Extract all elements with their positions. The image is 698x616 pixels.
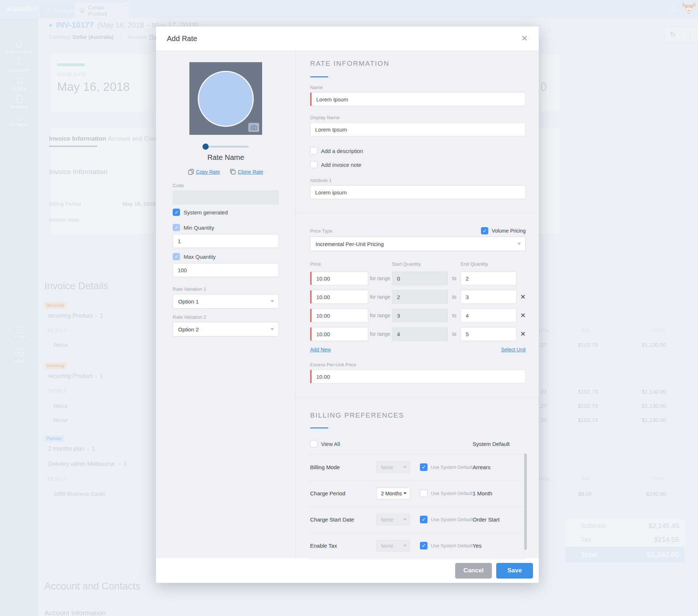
system-default-header: System Default xyxy=(473,441,526,447)
upload-photo-button[interactable] xyxy=(248,123,259,132)
use-system-default-row: Use System Default xyxy=(420,516,473,523)
view-all-checkbox[interactable] xyxy=(310,440,317,447)
remove-tier-icon[interactable]: ✕ xyxy=(517,311,526,319)
system-generated-checkbox[interactable] xyxy=(173,209,180,216)
volume-pricing-checkbox[interactable] xyxy=(481,227,488,234)
max-quantity-checkbox[interactable] xyxy=(173,253,180,260)
rate-variation1-label: Rate Variation 1 xyxy=(173,286,279,292)
billing-mode-label: Billing Mode xyxy=(310,464,376,470)
billing-prefs-scrollbar[interactable] xyxy=(524,454,527,550)
view-all-label: View All xyxy=(321,441,340,447)
max-quantity-label: Max Quantity xyxy=(184,254,216,260)
price-type-select[interactable]: Incremental Per-Unit Pricing xyxy=(310,237,526,251)
save-button[interactable]: Save xyxy=(496,563,533,579)
add-description-checkbox[interactable] xyxy=(310,147,317,154)
min-quantity-row: Min Quantity xyxy=(173,224,279,231)
attribute1-label: Attribute 1 xyxy=(310,178,526,183)
remove-tier-icon[interactable]: ✕ xyxy=(517,293,526,301)
use-system-default-checkbox[interactable] xyxy=(420,516,428,523)
min-quantity-input[interactable] xyxy=(173,234,279,248)
chevron-down-icon xyxy=(517,243,521,245)
display-name-input[interactable] xyxy=(310,122,526,136)
add-new-link[interactable]: Add New xyxy=(310,347,331,353)
excess-per-unit-price-input[interactable] xyxy=(310,370,526,383)
use-system-default-checkbox[interactable] xyxy=(420,490,428,497)
code-input xyxy=(173,190,279,204)
copy-icon xyxy=(188,169,194,175)
add-invoice-note-checkbox[interactable] xyxy=(310,161,317,168)
price-column-header: Price xyxy=(310,261,368,267)
min-quantity-checkbox[interactable] xyxy=(173,224,180,231)
add-invoice-note-label: Add invoice note xyxy=(321,162,361,168)
tier-end-input[interactable] xyxy=(461,309,517,322)
tier-start-input xyxy=(392,271,448,285)
rate-name-text: Rate Name xyxy=(173,153,279,162)
chevron-down-icon xyxy=(270,328,274,330)
price-type-label: Price Type xyxy=(310,228,332,234)
excess-per-unit-price-label: Excess Per-Unit Price xyxy=(310,362,526,367)
tier-price-input[interactable] xyxy=(310,309,368,322)
modal-header: Add Rate ✕ xyxy=(156,27,539,51)
select-unit-link[interactable]: Select Unit xyxy=(501,347,526,353)
rate-image-circle xyxy=(198,71,254,127)
billing-pref-row: Charge Start Date None Use System Defaul… xyxy=(310,507,526,533)
camera-icon xyxy=(250,125,257,130)
tier-start-input xyxy=(392,327,448,341)
use-system-default-checkbox[interactable] xyxy=(420,463,428,471)
modal-footer: Cancel Save xyxy=(156,558,539,583)
system-default-value: Order Start xyxy=(473,516,526,523)
section-divider xyxy=(296,398,539,398)
modal-left-column: Rate Name Copy Rate Clone Rate Code Syst… xyxy=(156,51,296,558)
tier-start-input xyxy=(392,309,448,322)
tier-start-input xyxy=(392,290,448,304)
tier-price-input[interactable] xyxy=(310,327,368,341)
clone-rate-link[interactable]: Clone Rate xyxy=(230,169,263,175)
system-default-value: Arrears xyxy=(473,464,526,470)
tier-end-input[interactable] xyxy=(461,271,517,285)
use-system-default-checkbox[interactable] xyxy=(420,542,428,549)
clone-icon xyxy=(230,169,236,175)
image-zoom-slider[interactable] xyxy=(203,146,249,148)
chevron-down-icon xyxy=(404,466,406,468)
enable-tax-select: None xyxy=(376,540,410,552)
end-quantity-column-header: End Quantity xyxy=(461,261,517,267)
billing-pref-row: Charge Period 2 Months Use System Defaul… xyxy=(310,480,526,507)
section-divider xyxy=(296,212,539,213)
attribute1-input[interactable] xyxy=(310,185,526,199)
heading-accent-bar xyxy=(310,76,328,77)
tier-end-input[interactable] xyxy=(461,327,517,341)
close-icon[interactable]: ✕ xyxy=(521,35,528,43)
use-system-default-row: Use System Default xyxy=(420,490,473,497)
charge-start-date-select: None xyxy=(376,514,410,526)
chevron-down-icon xyxy=(404,519,406,520)
chevron-down-icon xyxy=(270,300,274,302)
start-quantity-column-header: Start Quantity xyxy=(392,261,448,267)
display-name-label: Display Name xyxy=(310,115,526,120)
billing-pref-row: Enable Tax None Use System Default Yes xyxy=(310,533,526,559)
min-quantity-label: Min Quantity xyxy=(184,225,214,231)
system-default-value: 1 Month xyxy=(473,490,526,496)
tier-end-input[interactable] xyxy=(461,290,517,304)
add-invoice-note-row: Add invoice note xyxy=(310,161,526,168)
rate-image-placeholder[interactable] xyxy=(189,62,262,135)
charge-period-select[interactable]: 2 Months xyxy=(376,488,410,499)
tier-price-input[interactable] xyxy=(310,271,368,285)
price-tier-row: for range to ✕ xyxy=(310,309,526,322)
cancel-button[interactable]: Cancel xyxy=(455,563,492,579)
add-rate-modal: Add Rate ✕ Rate Name Copy Rate xyxy=(156,27,539,583)
name-label: Name xyxy=(310,85,526,90)
slider-thumb[interactable] xyxy=(202,144,209,150)
remove-tier-icon[interactable]: ✕ xyxy=(517,330,526,338)
tier-price-input[interactable] xyxy=(310,290,368,304)
max-quantity-row: Max Quantity xyxy=(173,253,279,260)
heading-accent-bar xyxy=(310,427,328,428)
chevron-down-icon xyxy=(404,492,406,494)
billing-preferences-heading: BILLING PREFERENCES xyxy=(310,411,526,419)
billing-mode-select: None xyxy=(376,462,410,473)
rate-variation1-select[interactable]: Option 1 xyxy=(173,294,279,309)
max-quantity-input[interactable] xyxy=(173,263,279,277)
name-input[interactable] xyxy=(310,92,526,106)
rate-variation2-select[interactable]: Option 2 xyxy=(173,322,279,337)
use-system-default-row: Use System Default xyxy=(420,542,473,549)
copy-rate-link[interactable]: Copy Rate xyxy=(188,169,220,175)
